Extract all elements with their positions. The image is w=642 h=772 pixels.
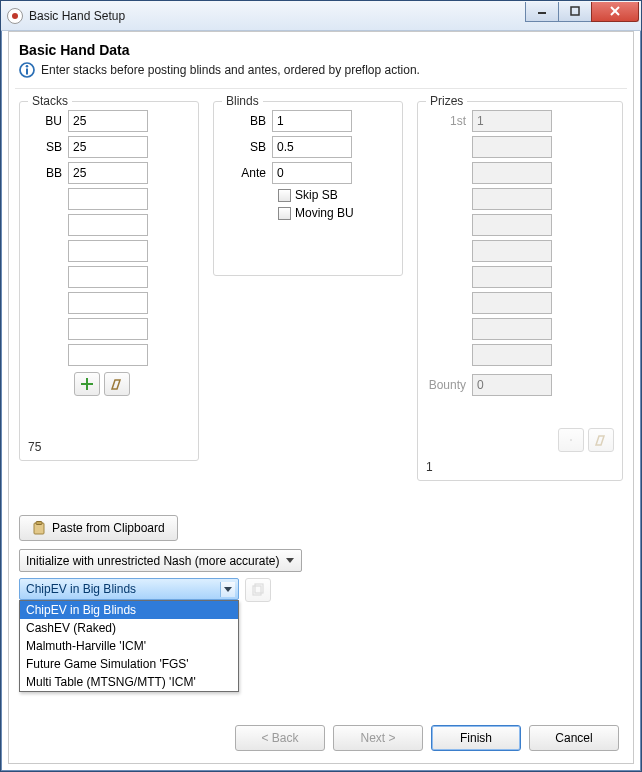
svg-marker-14 xyxy=(286,558,294,563)
clipboard-icon xyxy=(32,521,46,535)
panels: Stacks BU SB BB 7 xyxy=(15,101,627,481)
stack-input-10[interactable] xyxy=(68,344,148,366)
maximize-button[interactable] xyxy=(558,2,592,22)
prize-input-9 xyxy=(472,318,552,340)
skip-sb-label: Skip SB xyxy=(295,188,338,202)
prize-input-10 xyxy=(472,344,552,366)
init-nash-select[interactable]: Initialize with unrestricted Nash (more … xyxy=(19,549,302,572)
stack-input-9[interactable] xyxy=(68,318,148,340)
info-icon xyxy=(19,62,35,78)
blinds-legend: Blinds xyxy=(222,94,263,108)
ante-label: Ante xyxy=(222,166,272,180)
close-button[interactable] xyxy=(591,2,639,22)
blinds-panel: Blinds BB SB Ante Skip SB Moving BU xyxy=(213,101,403,276)
skip-sb-checkbox[interactable] xyxy=(278,189,291,202)
bounty-input xyxy=(472,374,552,396)
prize-1st-label: 1st xyxy=(426,114,472,128)
svg-rect-16 xyxy=(253,586,261,595)
page-title: Basic Hand Data xyxy=(19,42,623,58)
prizes-legend: Prizes xyxy=(426,94,467,108)
stack-label-bu: BU xyxy=(28,114,68,128)
prize-input-6 xyxy=(472,240,552,262)
svg-marker-15 xyxy=(224,587,232,592)
svg-line-3 xyxy=(611,7,619,15)
svg-marker-9 xyxy=(112,380,120,389)
prize-input-3 xyxy=(472,162,552,184)
clear-stack-button[interactable] xyxy=(104,372,130,396)
stack-input-sb[interactable] xyxy=(68,136,148,158)
ante-input[interactable] xyxy=(272,162,352,184)
svg-point-5 xyxy=(26,65,29,68)
bb-input[interactable] xyxy=(272,110,352,132)
titlebar[interactable]: Basic Hand Setup xyxy=(1,1,641,31)
finish-button[interactable]: Finish xyxy=(431,725,521,751)
prize-1st-input xyxy=(472,110,552,132)
prizes-panel: Prizes 1st Bounty 1 xyxy=(417,101,623,481)
prize-input-8 xyxy=(472,292,552,314)
stack-input-5[interactable] xyxy=(68,214,148,236)
svg-point-10 xyxy=(570,439,572,441)
svg-rect-8 xyxy=(81,383,93,385)
stacks-panel: Stacks BU SB BB 7 xyxy=(19,101,199,461)
copy-icon xyxy=(251,583,265,597)
moving-bu-checkbox[interactable] xyxy=(278,207,291,220)
stack-input-6[interactable] xyxy=(68,240,148,262)
svg-rect-17 xyxy=(255,584,263,593)
stack-input-8[interactable] xyxy=(68,292,148,314)
ev-option-cashev[interactable]: CashEV (Raked) xyxy=(20,619,238,637)
prize-input-2 xyxy=(472,136,552,158)
app-icon xyxy=(7,8,23,24)
stack-input-bu[interactable] xyxy=(68,110,148,132)
prize-input-7 xyxy=(472,266,552,288)
stack-input-bb[interactable] xyxy=(68,162,148,184)
wizard-buttons: < Back Next > Finish Cancel xyxy=(235,725,619,751)
stack-input-4[interactable] xyxy=(68,188,148,210)
bounty-label: Bounty xyxy=(426,378,472,392)
svg-line-2 xyxy=(611,7,619,15)
minimize-button[interactable] xyxy=(525,2,559,22)
ev-option-chipev[interactable]: ChipEV in Big Blinds xyxy=(20,601,238,619)
prize-tool-1 xyxy=(558,428,584,452)
sb-label: SB xyxy=(222,140,272,154)
chevron-down-icon xyxy=(283,554,297,568)
chevron-down-icon xyxy=(220,582,235,597)
prize-clear-button xyxy=(588,428,614,452)
bottom-controls: Paste from Clipboard Initialize with unr… xyxy=(15,501,627,606)
ev-mode-select[interactable]: ChipEV in Big Blinds ChipEV in Big Blind… xyxy=(19,578,239,600)
info-text: Enter stacks before posting blinds and a… xyxy=(41,63,420,77)
window: Basic Hand Setup Basic Hand Data Enter s… xyxy=(0,0,642,772)
svg-rect-6 xyxy=(26,69,28,75)
svg-marker-11 xyxy=(596,436,604,445)
prizes-total: 1 xyxy=(426,460,433,474)
stack-label-sb: SB xyxy=(28,140,68,154)
svg-rect-1 xyxy=(571,7,579,15)
prize-input-4 xyxy=(472,188,552,210)
sb-input[interactable] xyxy=(272,136,352,158)
copy-ev-button xyxy=(245,578,271,602)
stacks-total: 75 xyxy=(28,440,41,454)
ev-mode-dropdown: ChipEV in Big Blinds CashEV (Raked) Malm… xyxy=(19,600,239,692)
stack-input-7[interactable] xyxy=(68,266,148,288)
back-button: < Back xyxy=(235,725,325,751)
window-buttons xyxy=(526,2,639,22)
ev-option-fgs[interactable]: Future Game Simulation 'FGS' xyxy=(20,655,238,673)
header: Basic Hand Data Enter stacks before post… xyxy=(15,38,627,89)
ev-option-mtt-icm[interactable]: Multi Table (MTSNG/MTT) 'ICM' xyxy=(20,673,238,691)
window-title: Basic Hand Setup xyxy=(29,9,526,23)
moving-bu-label: Moving BU xyxy=(295,206,354,220)
add-stack-button[interactable] xyxy=(74,372,100,396)
cancel-button[interactable]: Cancel xyxy=(529,725,619,751)
bb-label: BB xyxy=(222,114,272,128)
paste-clipboard-button[interactable]: Paste from Clipboard xyxy=(19,515,178,541)
prize-input-5 xyxy=(472,214,552,236)
stacks-legend: Stacks xyxy=(28,94,72,108)
next-button: Next > xyxy=(333,725,423,751)
ev-option-mh-icm[interactable]: Malmuth-Harville 'ICM' xyxy=(20,637,238,655)
svg-rect-13 xyxy=(36,522,42,525)
client-area: Basic Hand Data Enter stacks before post… xyxy=(8,31,634,764)
stack-label-bb: BB xyxy=(28,166,68,180)
